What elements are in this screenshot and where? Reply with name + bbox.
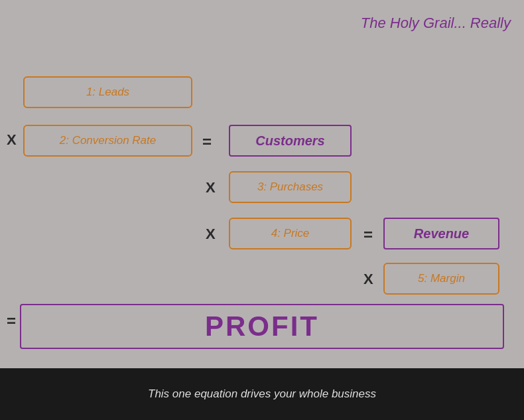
price-label: 4: Price <box>271 227 310 240</box>
footer-text: This one equation drives your whole busi… <box>148 387 376 401</box>
multiply-symbol-4: X <box>363 271 373 288</box>
equals-symbol-profit: = <box>7 312 16 330</box>
multiply-symbol-2: X <box>206 179 216 196</box>
footer-bar: This one equation drives your whole busi… <box>0 368 524 420</box>
revenue-box: Revenue <box>383 218 499 249</box>
revenue-label: Revenue <box>414 226 469 242</box>
conversion-rate-label: 2: Conversion Rate <box>60 134 157 147</box>
customers-box: Customers <box>229 125 352 157</box>
main-area: The Holy Grail... Really 1: Leads X 2: C… <box>0 0 524 368</box>
multiply-symbol-1: X <box>7 131 17 149</box>
page-title: The Holy Grail... Really <box>361 15 511 32</box>
margin-box: 5: Margin <box>383 263 499 295</box>
profit-label: PROFIT <box>205 311 319 342</box>
conversion-rate-box: 2: Conversion Rate <box>23 125 192 157</box>
purchases-box: 3: Purchases <box>229 171 352 203</box>
equals-symbol-1: = <box>202 133 212 151</box>
leads-box: 1: Leads <box>23 76 192 108</box>
customers-label: Customers <box>255 133 324 149</box>
price-box: 4: Price <box>229 218 352 249</box>
profit-box: PROFIT <box>20 304 504 349</box>
equals-symbol-2: = <box>363 226 373 244</box>
margin-label: 5: Margin <box>418 272 465 285</box>
purchases-label: 3: Purchases <box>257 180 323 194</box>
leads-label: 1: Leads <box>86 86 129 99</box>
multiply-symbol-3: X <box>206 226 216 243</box>
